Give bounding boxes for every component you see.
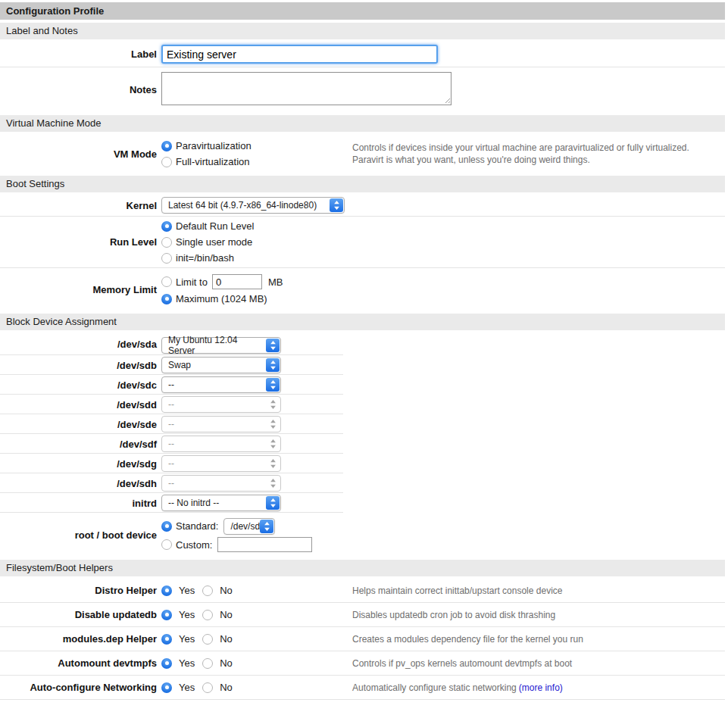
limit-to-radio-label: Limit to bbox=[176, 276, 208, 288]
dev-sdb-select[interactable]: Swap bbox=[161, 357, 281, 373]
dev-sda-select[interactable]: My Ubuntu 12.04 Server bbox=[161, 337, 281, 354]
no-radio-label: No bbox=[220, 682, 233, 693]
run-level-label: Run Level bbox=[110, 236, 157, 248]
automount-devtmpfs-yes-radio[interactable] bbox=[161, 658, 172, 669]
label-input[interactable] bbox=[161, 45, 438, 64]
dev-sdg-select-value: -- bbox=[168, 458, 174, 469]
initrd-select-value: -- No initrd -- bbox=[168, 498, 219, 508]
dev-sdc-row: /dev/sdc -- bbox=[0, 375, 725, 395]
dev-sdd-select-value: -- bbox=[168, 399, 174, 410]
configuration-profile-page: Configuration Profile Label and Notes La… bbox=[0, 0, 728, 715]
yes-radio-label: Yes bbox=[179, 585, 195, 596]
full-virtualization-radio[interactable] bbox=[161, 157, 172, 167]
standard-root-radio-label: Standard: bbox=[176, 520, 218, 532]
disable-updatedb-row: Disable updatedb Yes No Disables updated… bbox=[0, 603, 725, 627]
dev-sdf-label: /dev/sdf bbox=[120, 439, 157, 450]
more-info-link[interactable]: (more info) bbox=[519, 682, 563, 693]
no-radio-label: No bbox=[220, 609, 233, 620]
modules-dep-helper-row: modules.dep Helper Yes No Creates a modu… bbox=[0, 627, 725, 651]
limit-to-radio[interactable] bbox=[161, 276, 172, 287]
dev-sdd-row: /dev/sdd -- bbox=[0, 395, 725, 414]
dev-sdf-select: -- bbox=[161, 436, 281, 452]
dev-sda-label: /dev/sda bbox=[117, 339, 157, 350]
dev-sdg-select: -- bbox=[161, 455, 281, 472]
disable-updatedb-help-text: Disables updatedb cron job to avoid disk… bbox=[352, 609, 711, 621]
select-stepper-icon bbox=[266, 358, 280, 372]
standard-root-radio[interactable] bbox=[161, 521, 172, 532]
default-run-level-radio[interactable] bbox=[161, 221, 172, 232]
dev-sdg-label: /dev/sdg bbox=[117, 458, 157, 470]
single-user-mode-radio-label: Single user mode bbox=[176, 236, 252, 248]
kernel-select[interactable]: Latest 64 bit (4.9.7-x86_64-linode80) bbox=[161, 197, 345, 214]
dev-sdf-row: /dev/sdf -- bbox=[0, 434, 725, 454]
default-run-level-radio-label: Default Run Level bbox=[176, 220, 254, 232]
vm-mode-label: VM Mode bbox=[114, 148, 157, 160]
section-header-boot-settings: Boot Settings bbox=[0, 176, 725, 192]
select-stepper-icon bbox=[266, 339, 280, 352]
dev-sdc-select-value: -- bbox=[168, 379, 174, 390]
select-stepper-icon bbox=[266, 417, 280, 431]
custom-root-radio[interactable] bbox=[161, 539, 172, 550]
paravirtualization-radio[interactable] bbox=[161, 141, 172, 151]
select-stepper-icon bbox=[266, 496, 280, 510]
dev-sdc-label: /dev/sdc bbox=[117, 379, 157, 391]
dev-sdb-row: /dev/sdb Swap bbox=[0, 355, 725, 375]
custom-root-device-input[interactable] bbox=[217, 537, 312, 552]
automount-devtmpfs-label: Automount devtmpfs bbox=[58, 657, 157, 669]
label-row: Label bbox=[0, 42, 725, 67]
dev-sdh-label: /dev/sdh bbox=[117, 478, 157, 489]
single-user-mode-radio[interactable] bbox=[161, 237, 172, 248]
dev-sdh-row: /dev/sdh -- bbox=[0, 473, 725, 493]
modules-dep-help-text: Creates a modules dependency file for th… bbox=[352, 633, 711, 645]
modules-dep-no-radio[interactable] bbox=[202, 634, 213, 645]
disable-updatedb-yes-radio[interactable] bbox=[161, 610, 172, 620]
distro-helper-help-text: Helps maintain correct inittab/upstart c… bbox=[352, 585, 711, 597]
init-bin-bash-radio-label: init=/bin/bash bbox=[176, 252, 234, 264]
maximum-memory-radio[interactable] bbox=[161, 294, 172, 304]
select-stepper-icon bbox=[260, 520, 273, 533]
init-bin-bash-radio[interactable] bbox=[161, 253, 172, 264]
dev-sdh-select: -- bbox=[161, 475, 281, 492]
distro-helper-label: Distro Helper bbox=[95, 585, 157, 596]
dev-sdb-label: /dev/sdb bbox=[117, 360, 157, 371]
kernel-row: Kernel Latest 64 bit (4.9.7-x86_64-linod… bbox=[0, 195, 725, 217]
maximum-memory-radio-label: Maximum (1024 MB) bbox=[176, 293, 267, 304]
initrd-select[interactable]: -- No initrd -- bbox=[161, 495, 281, 511]
dev-sde-select-value: -- bbox=[168, 419, 174, 429]
disable-updatedb-no-radio[interactable] bbox=[202, 610, 213, 620]
dev-sde-row: /dev/sde -- bbox=[0, 414, 725, 434]
yes-radio-label: Yes bbox=[179, 682, 195, 693]
root-boot-device-label: root / boot device bbox=[75, 529, 157, 541]
automount-devtmpfs-no-radio[interactable] bbox=[202, 658, 213, 669]
memory-limit-label: Memory Limit bbox=[92, 284, 157, 295]
label-field-label: Label bbox=[131, 48, 157, 60]
dev-sdd-select: -- bbox=[161, 396, 281, 413]
select-stepper-icon bbox=[266, 378, 280, 392]
modules-dep-helper-label: modules.dep Helper bbox=[63, 633, 157, 645]
dev-sdc-select[interactable]: -- bbox=[161, 376, 281, 393]
standard-root-device-select[interactable]: /dev/sda bbox=[223, 518, 275, 535]
section-header-label-and-notes: Label and Notes bbox=[0, 23, 725, 39]
automount-devtmpfs-help-text: Controls if pv_ops kernels automount dev… bbox=[352, 657, 711, 670]
yes-radio-label: Yes bbox=[179, 609, 195, 620]
page-title: Configuration Profile bbox=[0, 2, 725, 20]
automount-devtmpfs-row: Automount devtmpfs Yes No Controls if pv… bbox=[0, 651, 725, 676]
dev-sdf-select-value: -- bbox=[168, 439, 174, 449]
distro-helper-no-radio[interactable] bbox=[202, 585, 213, 596]
memory-unit-label: MB bbox=[268, 276, 283, 288]
memory-limit-input[interactable] bbox=[212, 274, 262, 289]
kernel-select-value: Latest 64 bit (4.9.7-x86_64-linode80) bbox=[168, 200, 317, 211]
modules-dep-yes-radio[interactable] bbox=[161, 634, 172, 645]
notes-textarea[interactable] bbox=[161, 72, 451, 105]
dev-sde-select: -- bbox=[161, 416, 281, 432]
dev-sdb-select-value: Swap bbox=[168, 360, 191, 370]
auto-configure-networking-no-radio[interactable] bbox=[202, 682, 213, 693]
dev-sda-select-value: My Ubuntu 12.04 Server bbox=[168, 335, 262, 356]
auto-configure-networking-yes-radio[interactable] bbox=[161, 682, 172, 693]
distro-helper-yes-radio[interactable] bbox=[161, 585, 172, 596]
yes-radio-label: Yes bbox=[179, 657, 195, 669]
no-radio-label: No bbox=[220, 585, 233, 596]
auto-configure-networking-help-part: Automatically configure static networkin… bbox=[352, 682, 517, 693]
auto-configure-networking-row: Auto-configure Networking Yes No Automat… bbox=[0, 676, 725, 700]
auto-configure-networking-help-text: Automatically configure static networkin… bbox=[352, 682, 711, 694]
